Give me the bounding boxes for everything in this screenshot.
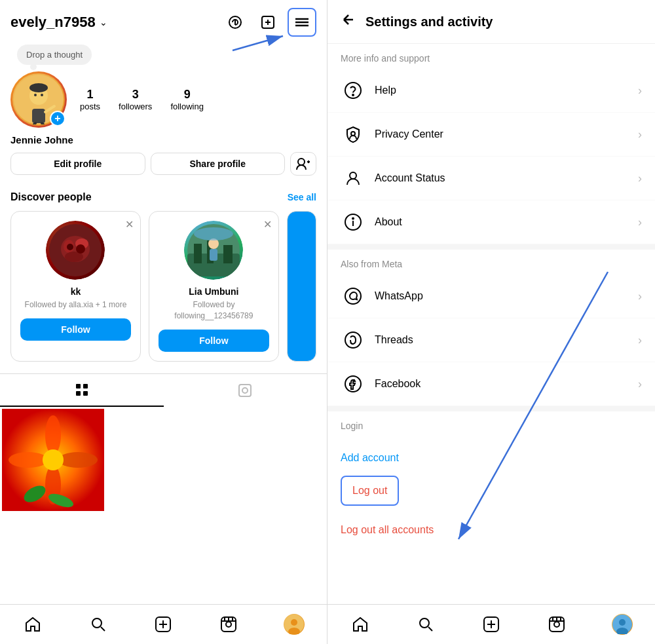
see-all-btn[interactable]: See all <box>288 192 316 202</box>
account-status-icon <box>341 166 365 191</box>
add-account-btn[interactable]: Add account <box>341 445 642 470</box>
nav-home[interactable] <box>16 613 49 636</box>
settings-whatsapp[interactable]: WhatsApp › <box>328 275 655 318</box>
profile-row: + 1 posts 3 followers 9 following <box>10 71 316 128</box>
more-info-label: More info and support <box>328 44 655 69</box>
settings-threads[interactable]: Threads › <box>328 318 655 362</box>
logout-all-btn[interactable]: Log out all accounts <box>328 515 655 545</box>
svg-rect-36 <box>76 391 81 396</box>
about-icon <box>341 210 365 235</box>
display-name: Jennie Johne <box>10 134 316 145</box>
svg-point-69 <box>345 288 361 304</box>
profile-tabs <box>0 373 327 407</box>
stat-following[interactable]: 9 following <box>170 88 204 111</box>
add-person-btn[interactable] <box>290 152 316 176</box>
grid-cell-1[interactable] <box>2 409 104 511</box>
photo-grid <box>0 407 327 604</box>
settings-title: Settings and activity <box>365 14 493 29</box>
following-label: following <box>170 102 204 111</box>
header-icons <box>222 8 316 37</box>
profile-section: Drop a thought <box>0 45 327 183</box>
settings-privacy-center[interactable]: Privacy Center › <box>328 113 655 157</box>
settings-about[interactable]: About › <box>328 200 655 244</box>
divider-1 <box>328 244 655 250</box>
tab-grid[interactable] <box>0 374 164 407</box>
lia-avatar <box>184 221 243 280</box>
svg-point-45 <box>43 449 64 470</box>
facebook-chevron-icon: › <box>638 377 642 391</box>
nav-profile-avatar-right <box>612 614 633 635</box>
nav-add-right[interactable] <box>475 613 508 636</box>
svg-point-10 <box>29 83 48 92</box>
settings-list: More info and support Help › <box>328 44 655 604</box>
close-card-lia[interactable]: ✕ <box>263 218 272 231</box>
svg-line-49 <box>101 627 105 631</box>
also-from-meta-label: Also from Meta <box>328 250 655 275</box>
lia-avatar-img <box>184 221 243 280</box>
svg-point-63 <box>352 94 354 96</box>
stat-posts[interactable]: 1 posts <box>80 88 100 111</box>
follow-kk-btn[interactable]: Follow <box>20 318 131 341</box>
thought-bubble[interactable]: Drop a thought <box>17 45 92 65</box>
edit-profile-btn[interactable]: Edit profile <box>10 153 145 175</box>
menu-btn[interactable] <box>288 8 316 37</box>
tab-tagged[interactable] <box>164 374 328 407</box>
people-cards: ✕ <box>10 211 316 362</box>
svg-point-43 <box>9 452 48 468</box>
lia-sub: Followed by following__123456789 <box>159 299 269 322</box>
nav-add[interactable] <box>147 613 179 636</box>
kk-avatar <box>46 221 105 280</box>
svg-rect-32 <box>210 249 217 261</box>
avatar-container: + <box>10 71 67 128</box>
svg-point-68 <box>352 218 354 219</box>
threads-label: Threads <box>375 334 638 346</box>
svg-point-41 <box>45 415 61 455</box>
divider-2 <box>328 406 655 411</box>
login-section-label: Login <box>328 411 655 436</box>
about-label: About <box>375 216 638 228</box>
settings-account-status[interactable]: Account Status › <box>328 157 655 200</box>
svg-point-70 <box>345 332 361 348</box>
discover-section: Discover people See all ✕ <box>0 183 327 362</box>
settings-help[interactable]: Help › <box>328 69 655 113</box>
nav-profile[interactable] <box>278 613 310 636</box>
logout-box[interactable]: Log out <box>341 476 399 506</box>
back-btn[interactable] <box>341 12 356 31</box>
close-card-kk[interactable]: ✕ <box>125 218 134 231</box>
kk-sub: Followed by alla.xia + 1 more <box>20 299 131 311</box>
chevron-down-icon[interactable]: ⌄ <box>100 17 107 28</box>
discover-title: Discover people <box>10 191 92 203</box>
svg-point-25 <box>76 244 85 254</box>
kk-name: kk <box>20 286 131 297</box>
follow-lia-btn[interactable]: Follow <box>159 330 269 352</box>
nav-search[interactable] <box>82 613 115 636</box>
privacy-chevron-icon: › <box>638 128 642 142</box>
add-post-btn[interactable] <box>255 9 281 35</box>
help-chevron-icon: › <box>638 84 642 98</box>
settings-facebook[interactable]: Facebook › <box>328 362 655 406</box>
stat-followers[interactable]: 3 followers <box>119 88 152 111</box>
threads-chevron-icon: › <box>638 333 642 347</box>
privacy-center-icon <box>341 122 365 147</box>
share-profile-btn[interactable]: Share profile <box>151 153 286 175</box>
svg-point-44 <box>58 452 98 468</box>
add-story-btn[interactable]: + <box>50 111 66 126</box>
svg-point-12 <box>41 94 43 96</box>
nav-search-right[interactable] <box>409 613 442 636</box>
discover-header: Discover people See all <box>10 191 316 203</box>
svg-point-60 <box>291 619 297 626</box>
threads-icon-btn[interactable] <box>222 9 248 35</box>
whatsapp-icon <box>341 284 365 309</box>
nav-reels[interactable] <box>212 613 245 636</box>
person-card-kk: ✕ <box>10 211 141 362</box>
account-status-label: Account Status <box>375 172 638 184</box>
svg-rect-35 <box>83 384 88 388</box>
help-label: Help <box>375 85 638 96</box>
svg-point-72 <box>420 618 429 628</box>
nav-profile-right[interactable] <box>606 613 639 636</box>
whatsapp-label: WhatsApp <box>375 290 638 302</box>
svg-point-48 <box>92 618 102 628</box>
nav-reels-right[interactable] <box>540 613 573 636</box>
nav-home-right[interactable] <box>344 613 377 636</box>
lia-name: Lia Umbuni <box>159 286 269 297</box>
